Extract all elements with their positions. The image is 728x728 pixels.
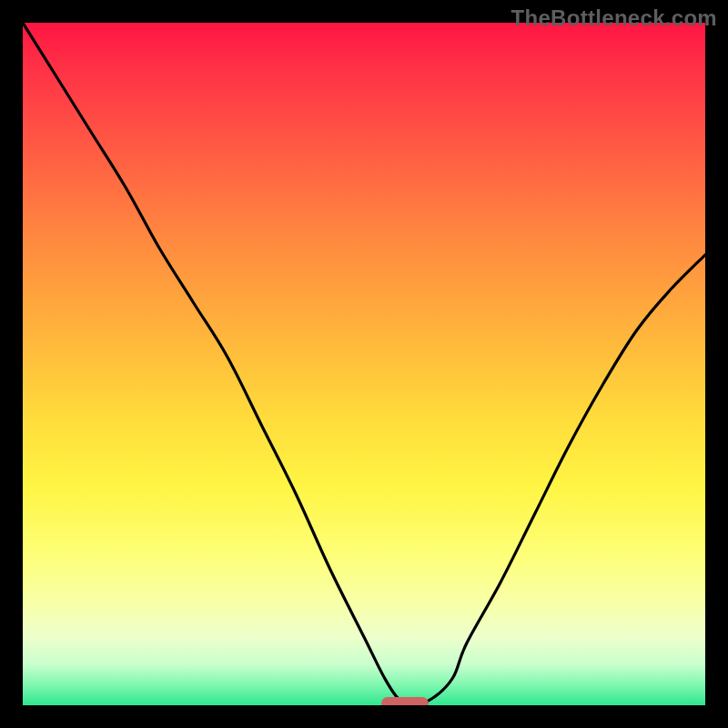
bottleneck-curve-path <box>23 23 705 705</box>
plot-area <box>23 23 705 705</box>
chart-frame: TheBottleneck.com <box>0 0 728 728</box>
curve-svg <box>23 23 705 705</box>
optimal-marker <box>381 697 429 705</box>
watermark-text: TheBottleneck.com <box>511 5 717 31</box>
